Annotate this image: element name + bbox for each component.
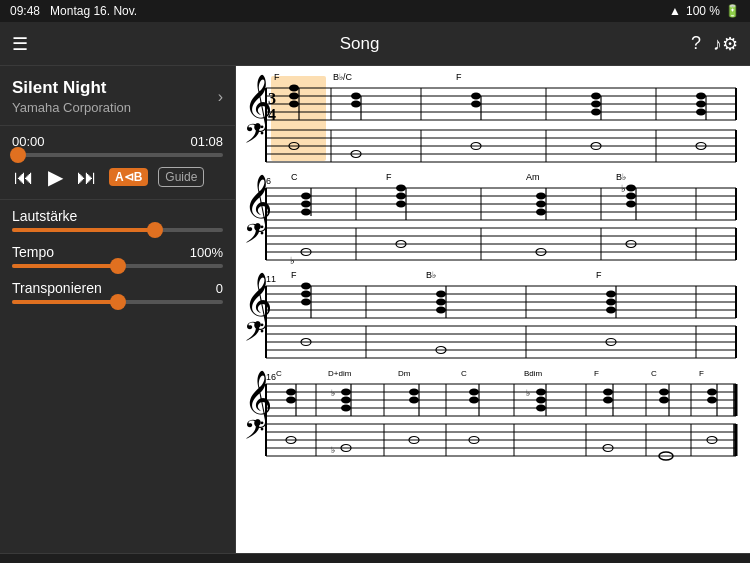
svg-point-184 <box>707 397 717 404</box>
transpose-group: Transponieren 0 <box>12 280 223 304</box>
svg-text:𝄢: 𝄢 <box>244 415 265 451</box>
svg-point-69 <box>396 193 406 200</box>
play-button[interactable]: ▶ <box>46 163 65 191</box>
svg-text:C: C <box>276 369 282 378</box>
battery-icon: 🔋 <box>725 4 740 18</box>
sidebar: Silent Night Yamaha Corporation › 00:00 … <box>0 66 236 553</box>
svg-point-70 <box>396 201 406 208</box>
svg-point-79 <box>626 193 636 200</box>
transpose-slider[interactable] <box>12 300 223 304</box>
svg-text:4: 4 <box>268 106 276 123</box>
main-tab-bar: Notenschrift C 7 Akkord Liedtext <box>236 553 750 563</box>
svg-text:D+dim: D+dim <box>328 369 352 378</box>
svg-point-123 <box>606 291 616 298</box>
content-area: Silent Night Yamaha Corporation › 00:00 … <box>0 66 750 553</box>
svg-point-18 <box>351 93 361 100</box>
svg-point-158 <box>286 397 296 404</box>
status-bar: 09:48 Montag 16. Nov. ▲ 100 % 🔋 <box>0 0 750 22</box>
progress-thumb[interactable] <box>10 147 26 163</box>
svg-point-118 <box>436 291 446 298</box>
svg-point-166 <box>409 389 419 396</box>
svg-point-178 <box>603 397 613 404</box>
svg-point-32 <box>696 101 706 108</box>
page-title: Song <box>340 34 380 54</box>
svg-point-22 <box>471 101 481 108</box>
svg-text:F: F <box>596 270 602 280</box>
svg-point-183 <box>707 389 717 396</box>
svg-text:♭: ♭ <box>526 388 530 398</box>
svg-point-113 <box>301 299 311 306</box>
tempo-group: Tempo 100% <box>12 244 223 268</box>
time-end: 01:08 <box>190 134 223 149</box>
svg-text:F: F <box>456 72 462 82</box>
svg-point-125 <box>606 307 616 314</box>
svg-point-71 <box>396 185 406 192</box>
volume-thumb[interactable] <box>147 222 163 238</box>
svg-point-11 <box>289 101 299 108</box>
svg-point-66 <box>301 209 311 216</box>
svg-text:Dm: Dm <box>398 369 411 378</box>
svg-point-173 <box>536 397 546 404</box>
svg-text:♭: ♭ <box>621 183 626 194</box>
svg-point-169 <box>469 397 479 404</box>
svg-text:C: C <box>461 369 467 378</box>
ab-button[interactable]: A⊲B <box>109 168 148 186</box>
slider-section: Lautstärke Tempo 100% <box>0 200 235 553</box>
tempo-slider[interactable] <box>12 264 223 268</box>
sheet-svg: 𝄞 3 4 F B♭/C <box>236 66 750 553</box>
guide-button[interactable]: Guide <box>158 167 204 187</box>
svg-point-74 <box>536 193 546 200</box>
sidebar-bottom-icons: MIDI <box>0 553 236 563</box>
battery-label: 100 % <box>686 4 720 18</box>
svg-point-162 <box>341 397 351 404</box>
svg-point-170 <box>469 389 479 396</box>
svg-point-167 <box>409 397 419 404</box>
status-time: 09:48 Montag 16. Nov. <box>10 4 137 18</box>
fast-forward-button[interactable]: ⏭ <box>75 164 99 191</box>
volume-group: Lautstärke <box>12 208 223 232</box>
svg-point-17 <box>351 101 361 108</box>
progress-bar[interactable] <box>12 153 223 157</box>
menu-button[interactable]: ☰ <box>12 33 28 55</box>
svg-point-75 <box>536 201 546 208</box>
help-button[interactable]: ? <box>691 33 701 54</box>
svg-text:F: F <box>699 369 704 378</box>
svg-point-12 <box>289 93 299 100</box>
svg-point-181 <box>659 389 669 396</box>
svg-text:B♭: B♭ <box>616 172 626 182</box>
tempo-fill <box>12 264 118 268</box>
svg-point-65 <box>301 201 311 208</box>
bottom-area: MIDI <box>0 553 750 563</box>
svg-point-76 <box>536 209 546 216</box>
svg-point-159 <box>286 389 296 396</box>
svg-point-174 <box>536 405 546 412</box>
transpose-thumb[interactable] <box>110 294 126 310</box>
sheet-music-svg: 𝄞 3 4 F B♭/C <box>236 66 750 521</box>
svg-text:Am: Am <box>526 172 540 182</box>
rewind-button[interactable]: ⏮ <box>12 164 36 191</box>
top-bar-icons: ? ♪⚙ <box>691 33 738 55</box>
svg-point-23 <box>471 93 481 100</box>
svg-point-64 <box>301 193 311 200</box>
svg-text:C: C <box>291 172 298 182</box>
tempo-label: Tempo <box>12 244 54 260</box>
settings-button[interactable]: ♪⚙ <box>713 33 738 55</box>
time-row: 00:00 01:08 <box>12 134 223 149</box>
transpose-fill <box>12 300 118 304</box>
chevron-right-icon[interactable]: › <box>218 88 223 106</box>
svg-text:♭: ♭ <box>331 445 335 455</box>
volume-slider[interactable] <box>12 228 223 232</box>
tempo-thumb[interactable] <box>110 258 126 274</box>
svg-point-124 <box>606 299 616 306</box>
playback-section: 00:00 01:08 ⏮ ▶ ⏭ A⊲B Guide <box>0 126 235 200</box>
svg-text:C: C <box>651 369 657 378</box>
svg-point-172 <box>536 389 546 396</box>
status-right: ▲ 100 % 🔋 <box>669 4 740 18</box>
wifi-icon: ▲ <box>669 4 681 18</box>
svg-text:B♭/C: B♭/C <box>333 72 353 82</box>
svg-point-180 <box>659 397 669 404</box>
svg-point-31 <box>696 93 706 100</box>
svg-point-161 <box>341 389 351 396</box>
svg-point-26 <box>591 93 601 100</box>
svg-text:𝄢: 𝄢 <box>244 119 265 155</box>
